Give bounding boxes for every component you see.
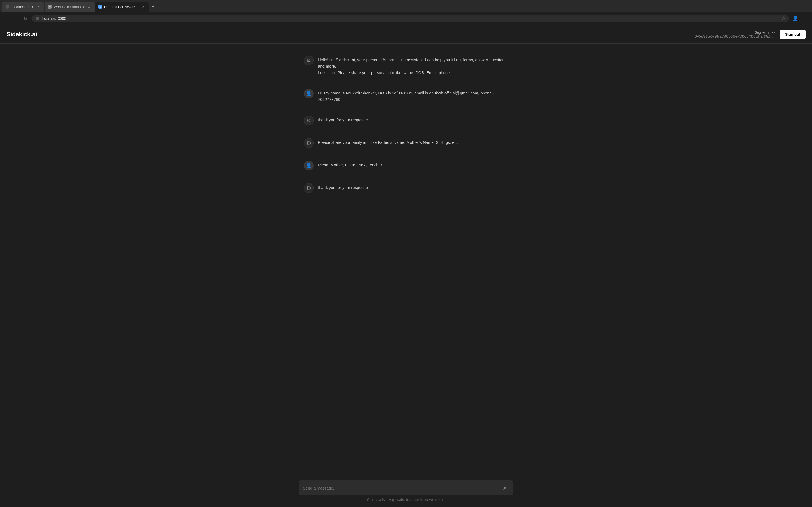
tab-label-localhost: localhost:3000	[12, 5, 34, 9]
chat-messages: ⚙ Hello! I'm Sidekick.ai, your personal …	[299, 49, 513, 199]
message-content-6: thank you for your response	[318, 183, 508, 191]
tab-favicon-localhost	[5, 5, 10, 9]
message-2: 👤 Hi, My name is Anukkrit Shanker, DOB i…	[304, 82, 508, 109]
back-button[interactable]: ←	[3, 15, 11, 22]
avatar-user-2: 👤	[304, 161, 314, 170]
ai-avatar-icon-2: ⚙	[306, 117, 311, 124]
tab-close-pan[interactable]: ✕	[141, 5, 146, 9]
send-button[interactable]: ➤	[501, 484, 509, 492]
app-header: Sidekick.ai Signed in as 0x0e7215e5728ca…	[0, 25, 812, 44]
new-tab-button[interactable]: +	[149, 3, 157, 10]
tab-favicon-pan: S	[98, 5, 102, 9]
url-text: localhost:3000	[42, 16, 782, 21]
input-area: ➤ Your data is always safe, because it's…	[0, 477, 812, 507]
signed-in-address: 0x0e7215e5728ca0506806be7535087333cd4af9…	[695, 35, 775, 38]
forward-button[interactable]: →	[12, 15, 20, 22]
menu-button[interactable]: ⋮	[801, 15, 809, 22]
signed-in-label: Signed in as	[695, 30, 775, 35]
browser-actions: 👤 ⋮	[792, 15, 809, 22]
url-favicon	[36, 16, 40, 21]
app-container: Sidekick.ai Signed in as 0x0e7215e5728ca…	[0, 25, 812, 507]
avatar-ai-1: ⚙	[304, 56, 314, 65]
tab-label-worldcoin: Worldcoin Simulator	[54, 5, 85, 9]
refresh-button[interactable]: ↻	[21, 15, 29, 22]
message-input[interactable]	[303, 486, 498, 490]
ai-avatar-icon-3: ⚙	[306, 140, 311, 146]
input-container: ➤	[299, 481, 513, 496]
nav-buttons: ← → ↻	[3, 15, 29, 22]
message-3: ⚙ thank you for your response	[304, 109, 508, 132]
message-content-5: Richa, Mother, 03-06-1967, Teacher	[318, 161, 508, 168]
avatar-ai-4: ⚙	[304, 183, 314, 193]
avatar-ai-3: ⚙	[304, 138, 314, 148]
message-content-3: thank you for your response	[318, 116, 508, 123]
tab-localhost[interactable]: localhost:3000 ✕	[2, 2, 44, 11]
tab-bar: localhost:3000 ✕ W Worldcoin Simulator ✕…	[0, 0, 812, 12]
message-content-1: Hello! I'm Sidekick.ai, your personal AI…	[318, 56, 508, 76]
send-icon: ➤	[503, 485, 507, 491]
tab-label-pan: Request For New PAN Card 0	[104, 5, 139, 9]
message-4: ⚙ Please share your family info like Fat…	[304, 132, 508, 154]
chat-area: ⚙ Hello! I'm Sidekick.ai, your personal …	[0, 44, 812, 477]
tab-pan[interactable]: S Request For New PAN Card 0 ✕	[95, 2, 149, 11]
sign-out-button[interactable]: Sign out	[780, 30, 806, 39]
message-content-4: Please share your family info like Fathe…	[318, 138, 508, 146]
app-logo: Sidekick.ai	[6, 31, 37, 38]
signed-in-section: Signed in as 0x0e7215e5728ca0506806be753…	[695, 30, 775, 38]
user-avatar-icon-2: 👤	[306, 163, 312, 168]
tab-close-worldcoin[interactable]: ✕	[87, 5, 91, 9]
bookmark-icon[interactable]: ☆	[782, 16, 785, 21]
message-6: ⚙ thank you for your response	[304, 177, 508, 199]
footer-text: Your data is always safe, because it's n…	[4, 496, 808, 505]
message-1: ⚙ Hello! I'm Sidekick.ai, your personal …	[304, 49, 508, 82]
tab-favicon-worldcoin: W	[48, 5, 52, 9]
avatar-ai-2: ⚙	[304, 116, 314, 125]
address-bar: ← → ↻ localhost:3000 ☆ 👤 ⋮	[0, 12, 812, 25]
url-actions: ☆	[782, 16, 785, 21]
header-right: Signed in as 0x0e7215e5728ca0506806be753…	[695, 30, 806, 39]
url-bar[interactable]: localhost:3000 ☆	[32, 15, 789, 22]
message-content-2: Hi, My name is Anukkrit Shanker, DOB is …	[318, 89, 508, 103]
avatar-user-1: 👤	[304, 89, 314, 99]
user-avatar-icon: 👤	[306, 91, 312, 97]
tab-worldcoin[interactable]: W Worldcoin Simulator ✕	[45, 2, 95, 11]
message-5: 👤 Richa, Mother, 03-06-1967, Teacher	[304, 154, 508, 177]
ai-avatar-icon: ⚙	[306, 57, 311, 64]
tab-close-localhost[interactable]: ✕	[37, 5, 41, 9]
ai-avatar-icon-4: ⚙	[306, 185, 311, 191]
profile-button[interactable]: 👤	[792, 15, 799, 22]
browser-chrome: localhost:3000 ✕ W Worldcoin Simulator ✕…	[0, 0, 812, 25]
